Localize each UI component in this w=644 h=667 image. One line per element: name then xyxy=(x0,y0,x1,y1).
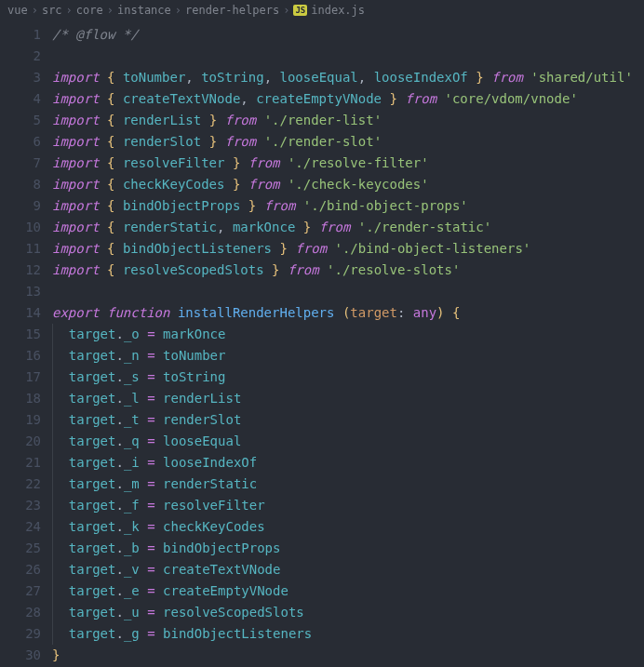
token-ident: _m xyxy=(124,476,140,491)
code-line[interactable]: import { resolveScopedSlots } from './re… xyxy=(52,260,644,281)
token-plain xyxy=(140,540,147,555)
code-line[interactable]: import { resolveFilter } from './resolve… xyxy=(52,153,644,174)
token-op: = xyxy=(147,519,154,534)
code-line[interactable]: import { createTextVNode, createEmptyVNo… xyxy=(52,88,644,110)
code-line[interactable]: target._g = bindObjectListeners xyxy=(52,623,644,645)
line-number: 27 xyxy=(0,580,41,602)
token-plain: . xyxy=(115,434,123,448)
token-op: = xyxy=(147,498,154,513)
token-ident: _t xyxy=(124,412,140,427)
token-plain xyxy=(114,70,122,85)
code-line[interactable]: /* @flow */ xyxy=(52,24,644,46)
line-number: 29 xyxy=(0,623,41,645)
token-ident: checkKeyCodes xyxy=(123,177,225,192)
js-file-icon: JS xyxy=(293,5,307,16)
code-line[interactable]: export function installRenderHelpers (ta… xyxy=(52,302,644,324)
code-line[interactable]: target._e = createEmptyVNode xyxy=(52,580,644,602)
code-line[interactable]: import { bindObjectProps } from './bind-… xyxy=(52,195,644,217)
code-line[interactable]: target._i = looseIndexOf xyxy=(52,452,644,474)
token-ident: createEmptyVNode xyxy=(163,583,288,598)
code-line[interactable]: target._u = resolveScopedSlots xyxy=(52,602,644,623)
token-string: './check-keycodes' xyxy=(288,177,429,192)
code-line[interactable]: target._f = resolveFilter xyxy=(52,495,644,516)
token-string: './bind-object-props' xyxy=(303,198,468,213)
breadcrumb[interactable]: vue›src›core›instance›render-helpers›JSi… xyxy=(0,0,644,20)
token-op: = xyxy=(147,391,154,406)
token-op: = xyxy=(147,369,154,384)
token-plain: . xyxy=(115,626,123,641)
token-plain: . xyxy=(115,369,123,384)
token-keyword: import xyxy=(52,241,100,256)
token-plain: . xyxy=(115,583,123,598)
token-plain xyxy=(114,262,122,277)
code-line[interactable]: target._o = markOnce xyxy=(52,324,644,345)
token-plain: , xyxy=(358,70,374,85)
code-line[interactable]: target._q = looseEqual xyxy=(52,431,644,452)
token-plain xyxy=(155,626,163,641)
code-editor[interactable]: 1234567891011121314151617181920212223242… xyxy=(0,20,644,667)
code-line[interactable]: import { renderList } from './render-lis… xyxy=(52,110,644,131)
token-plain xyxy=(53,626,69,641)
breadcrumb-segment[interactable]: src xyxy=(42,4,62,17)
token-op: = xyxy=(147,626,154,641)
token-plain xyxy=(53,391,69,406)
breadcrumb-file[interactable]: JSindex.js xyxy=(293,4,365,17)
token-plain xyxy=(334,305,342,320)
token-ident: target xyxy=(69,540,116,555)
token-keyword: import xyxy=(52,91,100,106)
breadcrumb-segment[interactable]: core xyxy=(76,4,103,17)
token-plain xyxy=(53,327,69,341)
token-keyword: function xyxy=(107,305,169,320)
code-line[interactable]: import { renderSlot } from './render-slo… xyxy=(52,131,644,153)
code-line[interactable]: import { renderStatic, markOnce } from '… xyxy=(52,217,644,238)
token-keyword: from xyxy=(248,155,280,170)
token-plain xyxy=(224,155,232,170)
token-plain xyxy=(436,91,444,106)
token-plain: , xyxy=(185,70,201,85)
token-plain xyxy=(53,455,69,470)
breadcrumb-segment[interactable]: render-helpers xyxy=(185,4,279,17)
code-line[interactable]: import { bindObjectListeners } from './b… xyxy=(52,238,644,260)
token-keyword: from xyxy=(295,241,327,256)
token-plain xyxy=(140,605,147,620)
code-line[interactable]: target._m = renderStatic xyxy=(52,474,644,495)
token-ident: target xyxy=(69,626,116,641)
code-line[interactable]: target._b = bindObjectProps xyxy=(52,538,644,559)
token-ident: toNumber xyxy=(123,70,185,85)
token-keyword: from xyxy=(225,134,257,149)
token-plain xyxy=(53,348,69,363)
token-punct: } xyxy=(303,220,311,234)
token-plain xyxy=(100,198,107,213)
code-content[interactable]: /* @flow */import { toNumber, toString, … xyxy=(52,20,644,667)
code-line[interactable]: target._l = renderList xyxy=(52,388,644,409)
token-plain xyxy=(155,434,163,448)
token-ident: renderList xyxy=(123,113,201,127)
token-plain: . xyxy=(115,348,123,363)
breadcrumb-segment[interactable]: vue xyxy=(7,4,28,17)
token-plain xyxy=(53,498,69,513)
token-keyword: from xyxy=(264,198,296,213)
token-op: = xyxy=(147,412,154,427)
code-line[interactable]: target._k = checkKeyCodes xyxy=(52,516,644,538)
token-plain xyxy=(53,519,69,534)
code-line[interactable]: target._t = renderSlot xyxy=(52,409,644,431)
code-line[interactable]: target._v = createTextVNode xyxy=(52,559,644,580)
token-plain xyxy=(114,220,122,234)
code-line[interactable] xyxy=(52,281,644,302)
code-line[interactable]: } xyxy=(52,645,644,666)
token-plain xyxy=(114,91,122,106)
code-line[interactable]: target._s = toString xyxy=(52,367,644,388)
code-line[interactable] xyxy=(52,46,644,67)
breadcrumb-segment[interactable]: instance xyxy=(117,4,171,17)
code-line[interactable]: import { checkKeyCodes } from './check-k… xyxy=(52,174,644,195)
token-ident: resolveScopedSlots xyxy=(163,605,304,620)
line-number: 8 xyxy=(0,174,41,195)
line-number: 14 xyxy=(0,302,41,324)
code-line[interactable]: target._n = toNumber xyxy=(52,345,644,367)
token-ident: target xyxy=(69,519,116,534)
line-number: 6 xyxy=(0,131,41,153)
token-ident: checkKeyCodes xyxy=(163,519,265,534)
token-keyword: export xyxy=(52,305,100,320)
code-line[interactable]: import { toNumber, toString, looseEqual,… xyxy=(52,67,644,88)
token-op: = xyxy=(147,476,154,491)
